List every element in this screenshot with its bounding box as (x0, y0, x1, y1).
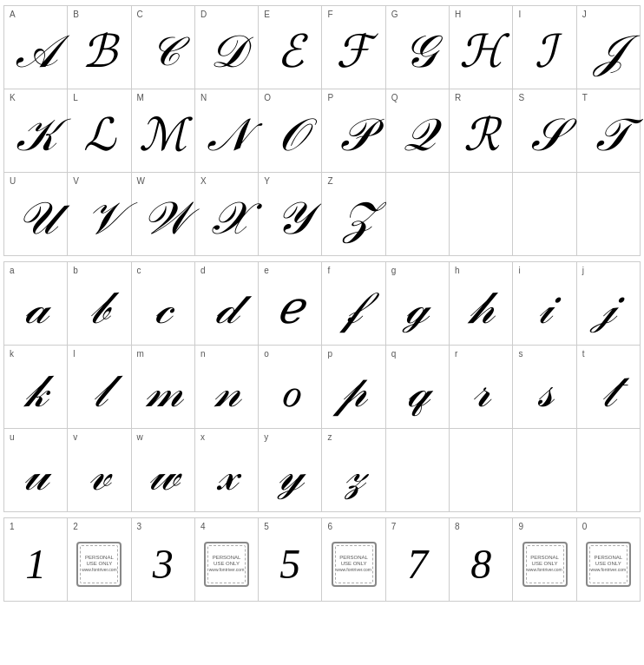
grid-cell: S𝒮 (513, 89, 576, 172)
grid-cell-empty (577, 429, 640, 511)
grid-cell: Eℰ (259, 6, 322, 89)
grid-cell: s𝓈 (513, 346, 576, 428)
grid-cell: X𝒳 (195, 173, 259, 255)
grid-cell-empty (450, 173, 513, 255)
grid-cell: D𝒟 (195, 6, 259, 89)
grid-cell: gℊ (386, 262, 450, 345)
stamp-4: PERSONALUSE ONLYwww.fontriver.com (204, 542, 249, 587)
grid-row: a𝒶 b𝒷 c𝒸 d𝒹 eℯ f𝒻 gℊ h𝒽 i𝒾 j𝒿 (4, 262, 640, 346)
stamp-2: PERSONALUSE ONLYwww.fontriver.com (76, 542, 122, 587)
grid-row: 1 1 2 PERSONALUSE ONLYwww.fontriver.com … (4, 518, 640, 601)
grid-cell: Bℬ (68, 6, 131, 89)
grid-cell: Iℐ (513, 6, 576, 89)
grid-cell: V𝒱 (68, 173, 131, 255)
grid-cell: q𝓆 (386, 346, 450, 428)
grid-row: u𝓊 v𝓋 w𝓌 x𝓍 y𝓎 z𝓏 (4, 429, 640, 511)
grid-cell: J𝒥 (577, 6, 640, 89)
grid-cell: a𝒶 (4, 262, 68, 345)
grid-cell-5: 5 5 (259, 518, 322, 601)
grid-row: k𝓀 l𝓁 m𝓂 n𝓃 oℴ p𝓅 q𝓆 r𝓇 s𝓈 t𝓉 (4, 346, 640, 429)
grid-cell: A𝒜 (4, 6, 68, 89)
grid-cell: l𝓁 (68, 346, 131, 428)
grid-cell: j𝒿 (577, 262, 640, 345)
stamp-6: PERSONALUSE ONLYwww.fontriver.com (332, 542, 377, 587)
grid-cell: Q𝒬 (386, 89, 450, 172)
grid-cell-2: 2 PERSONALUSE ONLYwww.fontriver.com (68, 518, 131, 601)
grid-cell: t𝓉 (577, 346, 640, 428)
grid-cell: u𝓊 (4, 429, 68, 511)
grid-cell: Hℋ (450, 6, 513, 89)
grid-cell-empty (386, 173, 450, 255)
grid-cell: r𝓇 (450, 346, 513, 428)
grid-cell: n𝓃 (195, 346, 259, 428)
grid-cell: U𝒰 (4, 173, 68, 255)
grid-cell-0: 0 PERSONALUSE ONLYwww.fontriver.com (577, 518, 640, 601)
grid-cell-empty (386, 429, 450, 511)
grid-row: A𝒜 Bℬ C𝒞 D𝒟 Eℰ Fℱ G𝒢 Hℋ Iℐ J𝒥 (4, 6, 640, 89)
grid-cell: Mℳ (132, 89, 195, 172)
grid-cell: y𝓎 (259, 429, 322, 511)
grid-cell: O𝒪 (259, 89, 322, 172)
grid-cell-3: 3 3 (132, 518, 195, 601)
grid-cell-9: 9 PERSONALUSE ONLYwww.fontriver.com (513, 518, 576, 601)
grid-cell-empty (450, 429, 513, 511)
digits-section: 1 1 2 PERSONALUSE ONLYwww.fontriver.com … (3, 517, 641, 602)
grid-cell: x𝓍 (195, 429, 259, 511)
grid-cell: f𝒻 (322, 262, 385, 345)
grid-cell: K𝒦 (4, 89, 68, 172)
grid-cell-4: 4 PERSONALUSE ONLYwww.fontriver.com (195, 518, 259, 601)
grid-cell: w𝓌 (132, 429, 195, 511)
grid-row: K𝒦 Lℒ Mℳ N𝒩 O𝒪 P𝒫 Q𝒬 Rℛ S𝒮 T𝒯 (4, 89, 640, 173)
grid-cell-8: 8 8 (450, 518, 513, 601)
grid-cell: i𝒾 (513, 262, 576, 345)
grid-cell: oℴ (259, 346, 322, 428)
grid-cell-empty (513, 173, 576, 255)
stamp-0: PERSONALUSE ONLYwww.fontriver.com (586, 542, 631, 587)
grid-cell: Fℱ (322, 6, 385, 89)
grid-cell: Y𝒴 (259, 173, 322, 255)
grid-cell: N𝒩 (195, 89, 259, 172)
grid-cell: h𝒽 (450, 262, 513, 345)
grid-cell: m𝓂 (132, 346, 195, 428)
grid-cell: p𝓅 (322, 346, 385, 428)
grid-cell-6: 6 PERSONALUSE ONLYwww.fontriver.com (322, 518, 385, 601)
stamp-9: PERSONALUSE ONLYwww.fontriver.com (522, 542, 568, 587)
grid-cell: k𝓀 (4, 346, 68, 428)
grid-cell: C𝒞 (132, 6, 195, 89)
grid-cell-empty (577, 173, 640, 255)
grid-cell: T𝒯 (577, 89, 640, 172)
grid-cell: W𝒲 (132, 173, 195, 255)
lowercase-section: a𝒶 b𝒷 c𝒸 d𝒹 eℯ f𝒻 gℊ h𝒽 i𝒾 j𝒿 k𝓀 l𝓁 m𝓂 n… (3, 261, 641, 512)
grid-cell-7: 7 7 (386, 518, 450, 601)
grid-cell: Z𝒵 (322, 173, 385, 255)
grid-cell-empty (513, 429, 576, 511)
grid-cell: z𝓏 (322, 429, 385, 511)
uppercase-section: A𝒜 Bℬ C𝒞 D𝒟 Eℰ Fℱ G𝒢 Hℋ Iℐ J𝒥 K𝒦 Lℒ Mℳ N… (3, 5, 641, 256)
grid-cell: v𝓋 (68, 429, 131, 511)
grid-cell: Rℛ (450, 89, 513, 172)
grid-cell: G𝒢 (386, 6, 450, 89)
grid-cell-1: 1 1 (4, 518, 68, 601)
grid-cell: P𝒫 (322, 89, 385, 172)
grid-cell: d𝒹 (195, 262, 259, 345)
grid-cell: b𝒷 (68, 262, 131, 345)
grid-cell: Lℒ (68, 89, 131, 172)
grid-cell: c𝒸 (132, 262, 195, 345)
grid-cell: eℯ (259, 262, 322, 345)
grid-row: U𝒰 V𝒱 W𝒲 X𝒳 Y𝒴 Z𝒵 (4, 173, 640, 255)
